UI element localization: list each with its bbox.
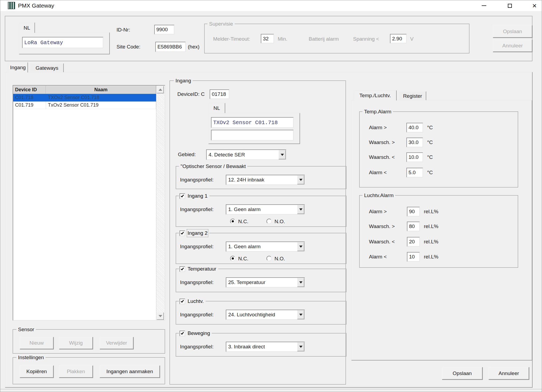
luchtv-unit-label: rel.L% [424, 239, 438, 245]
arrow-down-icon [159, 315, 162, 317]
gebied-label: Gebied: [178, 152, 196, 158]
dropdown-arrow-icon[interactable] [279, 150, 286, 159]
ingang1-section: Ingang 1 Ingangsprofiel: 1. Geen alarm N… [176, 196, 347, 227]
table-row[interactable]: C01.718 TXOv2 Sensor C01.718 [13, 94, 156, 102]
temperatuur-header: Temperatuur [179, 266, 218, 272]
device-list-scrollbar[interactable] [156, 86, 165, 320]
ingang1-checkbox[interactable] [180, 193, 185, 199]
ingang2-label: Ingang 2 [188, 230, 207, 236]
tab-temp-luchtv[interactable]: Temp./Luchtv. [354, 90, 397, 100]
wijzig-button[interactable]: Wijzig [59, 337, 93, 349]
luchtv-alarm-high-label: Alarm > [369, 209, 387, 215]
instellingen-group: Instellingen Kopiëren Plakken Ingangen a… [13, 357, 165, 384]
luchtv-unit-label: rel.L% [424, 209, 438, 215]
ingang2-checkbox[interactable] [180, 230, 185, 236]
ingang-panel: Ingang DeviceID: C 01718 NL TXOv2 Sensor… [170, 80, 346, 385]
pmx-gateway-window: PMX Gateway ✕ NL LoRa Gateway ID-Nr: 990… [0, 0, 542, 392]
tab-ingang[interactable]: Ingang [8, 62, 28, 72]
temp-unit-label: °C [427, 125, 433, 131]
temp-alarm-high-input[interactable]: 40.0 [406, 123, 423, 132]
window-title: PMX Gateway [18, 2, 54, 9]
device-id-input[interactable]: 01718 [210, 89, 229, 99]
beweging-profiel-select[interactable]: 3. Inbraak direct [226, 342, 305, 352]
ingang2-nc-radio[interactable] [230, 256, 235, 261]
dropdown-arrow-icon[interactable] [297, 205, 304, 214]
luchtv-warn-high-label: Waarsch. > [369, 223, 395, 229]
scroll-down-button[interactable] [157, 312, 164, 320]
id-nr-input[interactable]: 9900 [154, 25, 174, 34]
spanning-input[interactable]: 2.90 [390, 34, 407, 43]
ingangsprofiel-label: Ingangsprofiel: [180, 206, 214, 212]
ingang1-nc-radio[interactable] [230, 219, 235, 224]
temperatuur-section: Temperatuur Ingangsprofiel: 25. Temperat… [176, 269, 347, 292]
dropdown-arrow-icon[interactable] [297, 310, 304, 319]
ingang1-no-radio[interactable] [266, 219, 272, 224]
close-button[interactable]: ✕ [528, 0, 541, 11]
temp-alarm-low-input[interactable]: 5.0 [406, 168, 423, 177]
luchtv-warn-low-input[interactable]: 20 [407, 237, 420, 247]
temperatuur-checkbox[interactable] [180, 266, 185, 272]
optischer-sensor-section: "Optischer Sensor / Bewaakt Ingangsprofi… [176, 166, 347, 189]
instellingen-group-title: Instellingen [16, 354, 45, 361]
plakken-button[interactable]: Plakken [59, 365, 93, 378]
dropdown-arrow-icon[interactable] [297, 175, 304, 184]
gebied-select[interactable]: 4. Detectie SER [206, 149, 286, 160]
header-save-button[interactable]: Opslaan [493, 25, 532, 38]
nieuw-button[interactable]: Nieuw [20, 337, 54, 349]
header-lang-tab-nl[interactable]: NL [19, 22, 35, 33]
gateway-name-input[interactable]: LoRa Gateway [22, 37, 103, 48]
dropdown-arrow-icon[interactable] [297, 342, 304, 351]
tab-gateways[interactable]: Gateways [30, 63, 64, 72]
beweging-checkbox[interactable] [180, 331, 185, 336]
ingang2-header: Ingang 2 [179, 230, 209, 236]
column-header-device-id[interactable]: Device ID [13, 86, 46, 94]
site-code-input[interactable]: E5869BB6 [155, 42, 186, 52]
scroll-up-button[interactable] [157, 86, 164, 93]
header-lang-tab-panel: LoRa Gateway [19, 32, 110, 54]
id-nr-label: ID-Nr: [117, 27, 130, 33]
temp-warn-high-label: Waarsch. > [369, 139, 395, 145]
luchtv-profiel-select[interactable]: 24. Luchtvochtigheid [226, 310, 305, 320]
luchtv-checkbox[interactable] [180, 299, 185, 304]
header-panel: NL LoRa Gateway ID-Nr: 9900 Site Code: E… [5, 16, 533, 61]
luchtv-unit-label: rel.L% [424, 254, 438, 260]
temp-warn-low-input[interactable]: 10.0 [406, 152, 423, 162]
verwijder-button[interactable]: Verwijder [100, 337, 133, 349]
tab-register[interactable]: Register [399, 91, 426, 100]
sensor-name-input[interactable]: TXOv2 Sensor C01.718 [211, 117, 294, 128]
ingang2-no-radio[interactable] [266, 256, 272, 261]
spanning-unit: V [410, 36, 414, 42]
luchtv-alarm-low-label: Alarm < [369, 254, 387, 260]
luchtv-alarm-low-input[interactable]: 10 [407, 252, 420, 262]
ingangsprofiel-label: Ingangsprofiel: [180, 312, 214, 318]
header-cancel-button[interactable]: Annuleer [493, 39, 532, 52]
device-id-label: DeviceID: C [177, 91, 205, 97]
optischer-profiel-select[interactable]: 12. 24H inbraak [226, 175, 305, 185]
ingang1-label: Ingang 1 [188, 193, 207, 199]
temp-warn-high-input[interactable]: 30.0 [406, 138, 423, 147]
kopieren-button[interactable]: Kopiëren [20, 365, 54, 378]
ingang-lang-tab-nl[interactable]: NL [208, 103, 225, 113]
ingang2-profiel-select[interactable]: 1. Geen alarm [226, 242, 305, 252]
maximize-icon [508, 4, 512, 8]
maximize-button[interactable] [503, 0, 516, 11]
ingangen-aanmaken-button[interactable]: Ingangen aanmaken [100, 365, 160, 378]
ingang1-profiel-select[interactable]: 1. Geen alarm [226, 204, 305, 215]
ingang-panel-title: Ingang [174, 78, 193, 84]
temperatuur-profiel-select[interactable]: 25. Temperatuur [226, 277, 305, 288]
dropdown-arrow-icon[interactable] [297, 278, 304, 287]
sensor-name-input-2[interactable] [211, 130, 294, 141]
cancel-button[interactable]: Annuleer [488, 367, 529, 380]
temp-alarm-low-label: Alarm < [369, 170, 387, 176]
luchtv-warn-high-input[interactable]: 80 [407, 222, 420, 231]
luchtv-alarm-title: Luchtv.Alarm [362, 192, 395, 199]
dropdown-arrow-icon[interactable] [297, 242, 304, 251]
luchtv-alarm-high-input[interactable]: 90 [407, 207, 420, 216]
save-button[interactable]: Opslaan [442, 367, 483, 380]
minimize-button[interactable] [477, 0, 491, 11]
ingangsprofiel-label: Ingangsprofiel: [180, 177, 214, 183]
site-code-label: Site Code: [117, 44, 140, 50]
table-row[interactable]: C01.719 TxOv2 Sensor C01.719 [13, 102, 156, 109]
column-header-naam[interactable]: Naam [46, 86, 156, 94]
melder-timeout-input[interactable]: 32 [261, 34, 274, 43]
